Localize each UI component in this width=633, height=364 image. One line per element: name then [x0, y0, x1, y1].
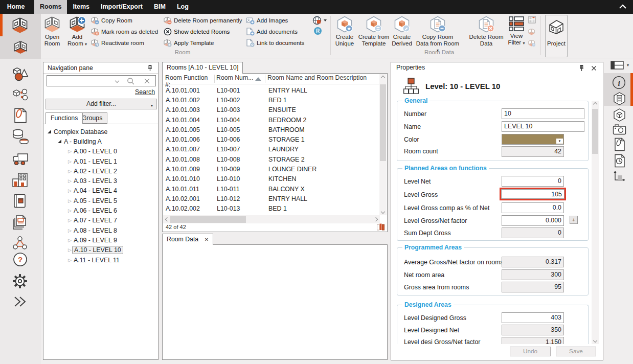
menu-tab-log[interactable]: Log [171, 0, 194, 14]
collapsed-icon[interactable]: ▷ [68, 228, 72, 233]
sort-ascending-icon[interactable] [255, 77, 261, 81]
close-tab-icon[interactable]: ✕ [205, 237, 209, 242]
attachments-icon[interactable] [13, 107, 28, 124]
search-link[interactable]: Search [135, 88, 155, 96]
web-publish-icon[interactable] [312, 16, 327, 25]
scroll-up-icon[interactable] [593, 102, 597, 106]
tree-item-level[interactable]: ▷A.05 - LEVEL 5 [43, 196, 158, 206]
collapsed-icon[interactable]: ▷ [68, 169, 72, 174]
collapsed-icon[interactable]: ▷ [68, 159, 72, 164]
room-data-tab[interactable]: Room Data ✕ [162, 234, 213, 245]
images-tab-icon[interactable] [613, 124, 626, 135]
link-to-documents-button[interactable]: Link to documents [246, 38, 304, 47]
search-input[interactable] [48, 77, 115, 85]
save-button[interactable]: Save [556, 347, 596, 356]
table-row[interactable]: A.10.01.009L10-009LOUNGE DINER [163, 164, 379, 174]
level-designed-gross-field[interactable]: 403 [502, 312, 564, 323]
collapsed-icon[interactable]: ▷ [68, 198, 72, 203]
revit-badge-icon[interactable]: R [314, 27, 322, 35]
table-row[interactable]: A.10.01.004L10-004BEDROOM 2 [163, 115, 379, 125]
color-dropdown-icon[interactable]: ▾ [556, 139, 563, 144]
collapsed-icon[interactable]: ▷ [68, 149, 72, 154]
reports-icon[interactable] [12, 214, 28, 231]
add-documents-button[interactable]: Add documents [246, 27, 298, 36]
tree-item-level[interactable]: ▷A.09 - LEVEL 9 [43, 235, 158, 245]
rooms-icon[interactable] [11, 16, 29, 35]
add-filter-dropdown[interactable]: Add filter... ▾ [46, 99, 157, 109]
layout-selector-icon[interactable] [611, 61, 624, 70]
menu-tab-rooms[interactable]: Rooms [34, 0, 67, 14]
buildings-icon[interactable] [11, 172, 29, 188]
table-row[interactable]: A.10.01.006L10-006STORAGE 1 [163, 135, 379, 145]
gross-comp-field[interactable]: 0.0 [502, 202, 564, 213]
collapsed-icon[interactable]: ▷ [68, 178, 72, 184]
view-filter-button[interactable]: View Filter ▾ [506, 15, 527, 57]
rooms-tab[interactable]: Rooms [A.10 - LEVEL 10] [162, 62, 243, 74]
tree-item-level[interactable]: ▷A.04 - LEVEL 4 [43, 186, 158, 196]
collaboration-icon[interactable] [12, 235, 28, 251]
ribbon-mini-icon-1[interactable] [528, 16, 536, 24]
expanded-icon[interactable] [48, 130, 51, 133]
settings-icon[interactable] [12, 273, 28, 289]
tree-item-level[interactable]: ▷A.02 - LEVEL 2 [43, 166, 158, 176]
logistics-icon[interactable] [11, 152, 30, 167]
tree-item-level[interactable]: ▷A.00 - LEVEL 0 [43, 147, 158, 156]
reactivate-room-button[interactable]: Reactivate room [91, 38, 144, 47]
standards-icon[interactable] [12, 193, 28, 209]
column-chooser-icon[interactable] [377, 223, 385, 231]
level-gross-field[interactable]: 105 [501, 189, 564, 199]
info-tab-icon[interactable]: i [612, 76, 626, 89]
collapsed-icon[interactable]: ▷ [68, 238, 72, 243]
search-history-chevron-icon[interactable] [115, 79, 119, 83]
collapsed-icon[interactable]: ▷ [68, 218, 72, 223]
scroll-down-icon[interactable] [593, 338, 597, 343]
tree-item-level[interactable]: ▷A.03 - LEVEL 3 [43, 176, 158, 186]
add-images-button[interactable]: Add Images [246, 16, 288, 25]
collapsed-icon[interactable]: ▷ [68, 188, 72, 193]
add-room-button[interactable]: Add Room ▾ [65, 15, 89, 57]
ribbon-mini-icon-2[interactable] [528, 28, 536, 36]
table-row[interactable]: A.10.02.002L10-013BED 1 [163, 204, 379, 214]
clear-search-icon[interactable] [144, 78, 150, 84]
scrollbar-thumb[interactable] [380, 84, 386, 161]
show-deleted-rooms-button[interactable]: Show deleted Rooms [164, 27, 230, 36]
level-net-field[interactable]: 0 [502, 176, 564, 187]
scrollbar-thumb[interactable] [170, 216, 246, 223]
menu-tab-items[interactable]: Items [67, 0, 95, 14]
close-panel-icon[interactable] [591, 65, 597, 71]
menu-home[interactable]: Home [0, 0, 32, 14]
apply-template-button[interactable]: Apply Template [164, 38, 214, 47]
expand-plus-button[interactable]: + [570, 216, 578, 224]
scrollbar-thumb[interactable] [592, 109, 598, 154]
items-icon[interactable] [11, 64, 29, 83]
table-row[interactable]: A.10.01.007L10-007LAUNDRY [163, 145, 379, 154]
tree-item-root[interactable]: Complex Database [43, 127, 158, 136]
gross-net-factor-field[interactable]: 0.000 [502, 215, 564, 226]
tree-item-level[interactable]: ▷A.08 - LEVEL 8 [43, 225, 158, 235]
expand-sidebar-icon[interactable] [13, 295, 28, 308]
collapsed-icon[interactable]: ▷ [68, 258, 72, 263]
collapsed-icon[interactable]: ▷ [68, 247, 72, 253]
ribbon-mini-icon-3[interactable] [528, 39, 536, 47]
table-row[interactable]: A.10.01.001L10-001ENTRY HALL [163, 85, 379, 95]
table-row[interactable]: A.10.02.001L10-012ENTRY HALL [163, 194, 379, 203]
layout-selector-caret-icon[interactable]: ▾ [627, 63, 629, 67]
menu-tab-bim[interactable]: BIM [148, 0, 171, 14]
scroll-up-icon[interactable] [381, 76, 385, 80]
finance-icon[interactable] [11, 128, 30, 145]
table-row[interactable]: A.10.01.011L10-011BALCONY X [163, 184, 379, 194]
create-derived-button[interactable]: Create Derived [390, 15, 414, 57]
help-icon[interactable]: ? [13, 252, 28, 267]
table-row[interactable]: A.10.01.010L10-010KITCHEN [163, 174, 379, 184]
products-icon[interactable] [11, 87, 29, 103]
room-data-tab-icon[interactable] [613, 92, 626, 105]
properties-scrollbar[interactable] [592, 101, 599, 344]
mark-room-deleted-button[interactable]: Mark room as deleted [91, 27, 158, 36]
pin-icon[interactable] [147, 65, 153, 72]
table-row[interactable]: A.10.01.008L10-008STORAGE 2 [163, 154, 379, 164]
color-swatch[interactable]: ▾ [502, 134, 564, 145]
scroll-right-icon[interactable] [374, 217, 378, 221]
create-from-template-button[interactable]: Create from Template [357, 15, 390, 57]
delete-room-data-button[interactable]: Delete Room Data [466, 15, 506, 57]
search-icon[interactable] [127, 77, 135, 85]
